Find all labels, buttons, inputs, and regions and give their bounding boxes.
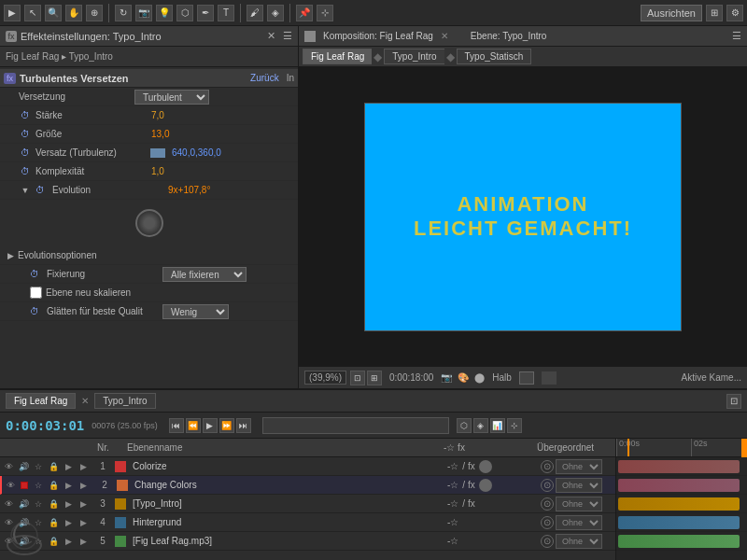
layer-1-expand2[interactable]: ▶ — [77, 460, 90, 473]
layer-5-expand2[interactable]: ▶ — [77, 535, 90, 548]
toolbar-icon-settings[interactable]: ⚙ — [726, 5, 743, 21]
glaetten-dropdown[interactable]: Wenig Normal — [162, 304, 229, 319]
toolbar-icon-arrow[interactable]: ▶ — [4, 5, 21, 21]
layer-row-5[interactable]: 👁 🔊 ☆ 🔒 ▶ ▶ 5 [Fig Leaf Rag.mp3] -☆ ⊙ Oh… — [0, 532, 615, 551]
fixierung-dropdown[interactable]: Alle fixieren — [162, 267, 247, 282]
layer-2-solo[interactable]: ☆ — [32, 479, 45, 492]
layer-1-expand[interactable]: ▶ — [62, 460, 75, 473]
toolbar-icon-cube[interactable]: ⬡ — [176, 5, 193, 21]
stopwatch-groesse[interactable]: ⏱ — [19, 128, 32, 141]
ausrichten-button[interactable]: Ausrichten — [641, 5, 702, 21]
layer-3-color[interactable] — [115, 498, 126, 510]
stopwatch-glaetten[interactable]: ⏱ — [30, 305, 43, 318]
layer-5-parent-dropdown[interactable]: Ohne — [556, 534, 602, 549]
layer-4-expand2[interactable]: ▶ — [77, 516, 90, 529]
track-bar-change[interactable] — [618, 479, 740, 492]
layer-1-solo[interactable]: ☆ — [32, 460, 45, 473]
layer-2-eye[interactable]: 👁 — [4, 479, 17, 492]
comp-color-icon[interactable]: 🎨 — [458, 372, 469, 383]
toolbar-icon-stamp[interactable]: ◈ — [267, 5, 284, 21]
effect-panel-menu[interactable]: ☰ — [283, 30, 292, 42]
track-bar-colorize[interactable] — [618, 460, 740, 473]
tl-graph-icon[interactable]: 📊 — [490, 418, 505, 433]
preview-range-bar[interactable] — [262, 417, 449, 434]
toolbar-icon-light[interactable]: 💡 — [156, 5, 173, 21]
tl-marker-icon[interactable]: ⬡ — [457, 418, 472, 433]
layer-4-color[interactable] — [115, 517, 126, 528]
layer-3-expand[interactable]: ▶ — [62, 497, 75, 511]
toolbar-icon-hand[interactable]: ✋ — [65, 5, 82, 21]
stopwatch-komplexitaet[interactable]: ⏱ — [19, 165, 32, 178]
layer-4-parent-dropdown[interactable]: Ohne — [556, 515, 602, 530]
track-bar-typo[interactable] — [618, 497, 740, 511]
versatz-value[interactable]: 640,0,360,0 — [172, 147, 221, 158]
timeline-tab-close-1[interactable]: ✕ — [81, 396, 89, 406]
tl-motion-icon[interactable]: ◈ — [473, 418, 488, 433]
layer-2-parent-dropdown[interactable]: Ohne — [556, 478, 602, 493]
layer-1-audio[interactable]: 🔊 — [17, 460, 30, 473]
back-label[interactable]: Zurück — [250, 73, 279, 83]
toolbar-icon-pin[interactable]: 📌 — [296, 5, 313, 21]
tl-icon-1[interactable]: ⊡ — [726, 394, 741, 409]
effect-panel-close[interactable]: ✕ — [267, 30, 275, 42]
comp-resolution-dropdown[interactable] — [519, 371, 534, 385]
layer-row-2[interactable]: 👁 ☆ 🔒 ▶ ▶ 2 Change Colors -☆ / fx ⊙ — [0, 476, 615, 495]
stopwatch-versatz[interactable]: ⏱ — [19, 147, 32, 160]
layer-2-color[interactable] — [117, 480, 128, 491]
effect-section-turbulent[interactable]: fx Turbulentes Versetzen Zurück In — [0, 69, 298, 88]
layer-5-lock[interactable]: 🔒 — [47, 535, 60, 548]
play-end-btn[interactable]: ⏭ — [236, 418, 251, 433]
play-btn[interactable]: ▶ — [203, 418, 218, 433]
play-begin-btn[interactable]: ⏮ — [169, 418, 184, 433]
evolution-wheel[interactable] — [135, 209, 163, 237]
toolbar-icon-text[interactable]: T — [218, 5, 234, 21]
layer-row-4[interactable]: 👁 🔊 ☆ 🔒 ▶ ▶ 4 Hintergrund -☆ ⊙ Ohne — [0, 513, 615, 532]
layer-2-lock[interactable]: 🔒 — [47, 479, 60, 492]
effect-row-evoptions[interactable]: ▶ Evolutionsoptionen — [0, 246, 298, 265]
time-display[interactable]: 0:00:03:01 — [6, 418, 84, 433]
layer-1-parent-dropdown[interactable]: Ohne — [556, 459, 602, 474]
layer-1-lock[interactable]: 🔒 — [47, 460, 60, 473]
layer-3-expand2[interactable]: ▶ — [77, 497, 90, 511]
layer-3-parent-dropdown[interactable]: Ohne — [556, 497, 602, 511]
layer-1-eye[interactable]: 👁 — [2, 460, 15, 473]
komplexitaet-value[interactable]: 1,0 — [151, 166, 164, 176]
comp-tab-figleafrag[interactable]: Fig Leaf Rag — [303, 49, 372, 64]
groesse-value[interactable]: 13,0 — [151, 129, 169, 139]
comp-channel-icon[interactable] — [542, 371, 557, 385]
layer-row-3[interactable]: 👁 🔊 ☆ 🔒 ▶ ▶ 3 [Typo_Intro] -☆ / fx ⊙ — [0, 495, 615, 513]
versetzung-dropdown[interactable]: Turbulent Versatz — [134, 90, 209, 105]
layer-2-expand[interactable]: ▶ — [62, 479, 75, 492]
timeline-tab-typointro[interactable]: Typo_Intro — [94, 393, 155, 409]
layer-5-color[interactable] — [115, 536, 126, 547]
layer-5-expand[interactable]: ▶ — [62, 535, 75, 548]
stopwatch-fixierung[interactable]: ⏱ — [30, 268, 43, 281]
toolbar-icon-rotate[interactable]: ↻ — [115, 5, 132, 21]
comp-camera-icon[interactable]: 📷 — [441, 372, 452, 383]
timeline-tab-figleafrag[interactable]: Fig Leaf Rag — [6, 393, 76, 409]
layer-4-lock[interactable]: 🔒 — [47, 516, 60, 529]
layer-1-color[interactable] — [115, 461, 126, 472]
comp-fit-icon[interactable]: ⊡ — [350, 371, 365, 385]
comp-tab-typostatisch[interactable]: Typo_Statisch — [457, 49, 532, 64]
layer-row-1[interactable]: 👁 🔊 ☆ 🔒 ▶ ▶ 1 Colorize -☆ / fx ⊙ — [0, 457, 615, 476]
toolbar-icon-zoom[interactable]: ⊕ — [86, 5, 103, 21]
layer-3-audio[interactable]: 🔊 — [17, 497, 30, 511]
track-bar-hintergrund[interactable] — [618, 516, 740, 529]
toolbar-icon-grid[interactable]: ⊞ — [706, 5, 723, 21]
zoom-display[interactable]: (39,9%) — [304, 371, 346, 385]
toolbar-icon-brush[interactable]: 🖌 — [247, 5, 263, 21]
comp-grid-icon[interactable]: ⊞ — [367, 371, 382, 385]
layer-2-expand2[interactable]: ▶ — [77, 479, 90, 492]
toolbar-icon-pointer[interactable]: ↖ — [24, 5, 41, 21]
comp-tab-typointro[interactable]: Typo_Intro — [384, 49, 444, 64]
stopwatch-evolution[interactable]: ⏱ — [35, 184, 49, 197]
comp-mask-icon[interactable]: ⬤ — [474, 372, 485, 383]
quality-display[interactable]: Halb — [492, 372, 512, 383]
layer-4-expand[interactable]: ▶ — [62, 516, 75, 529]
toolbar-icon-pen[interactable]: ✒ — [197, 5, 214, 21]
track-bar-mp3[interactable] — [618, 535, 740, 548]
toolbar-icon-camera[interactable]: 📷 — [135, 5, 152, 21]
ebene-skalieren-checkbox[interactable] — [30, 287, 42, 299]
evolution-value[interactable]: 9x+107,8° — [168, 185, 210, 195]
